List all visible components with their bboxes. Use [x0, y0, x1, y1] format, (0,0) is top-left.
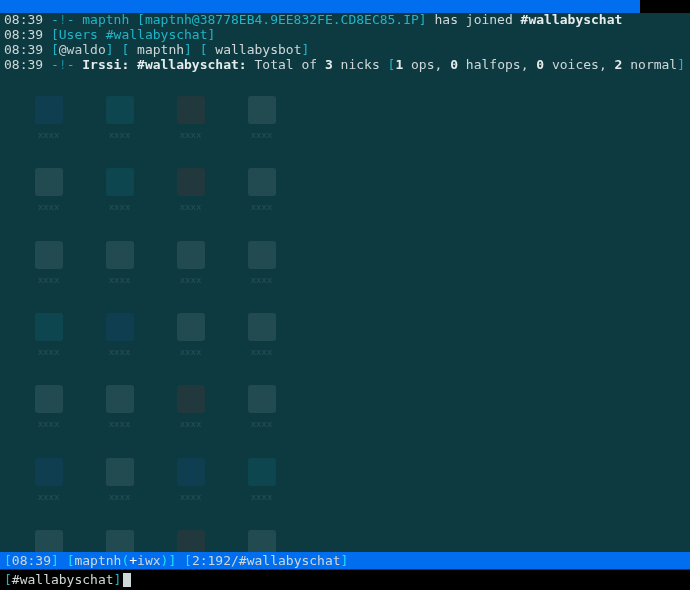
status-window-pos: 2:192: [192, 553, 231, 568]
irssi-input-line[interactable]: [#wallabyschat]: [0, 570, 690, 590]
irssi-log: 08:39 -!- maptnh [maptnh@38778EB4.9EE832…: [0, 13, 690, 73]
status-channel: #wallabyschat: [239, 553, 341, 568]
status-mode: wx: [145, 553, 161, 568]
log-line-nicklist: 08:39 [@waldo] [ maptnh] [ wallabysbot]: [4, 43, 686, 58]
nick-maptnh-2: maptnh: [137, 42, 184, 57]
irssi-topic-bar: [0, 0, 690, 13]
join-hostmask: maptnh@38778EB4.9EE832FE.CD8EC85.IP: [145, 12, 419, 27]
log-line-join: 08:39 -!- maptnh [maptnh@38778EB4.9EE832…: [4, 13, 686, 28]
nick-waldo: @waldo: [59, 42, 106, 57]
text-cursor: [123, 573, 131, 587]
log-line-users-header: 08:39 [Users #wallabyschat]: [4, 28, 686, 43]
status-nick: maptnh: [74, 553, 121, 568]
empty-buffer-area[interactable]: [0, 80, 690, 549]
channel-name: #wallabyschat: [521, 12, 623, 27]
irssi-status-bar: [08:39] [maptnh(+iwx)] [2:192/#wallabysc…: [0, 552, 690, 569]
status-time: 08:39: [12, 553, 51, 568]
nick-maptnh: maptnh: [82, 12, 129, 27]
nick-wallabysbot: wallabysbot: [215, 42, 301, 57]
input-channel: #wallabyschat: [12, 570, 114, 590]
log-line-summary: 08:39 -!- Irssi: #wallabyschat: Total of…: [4, 58, 686, 73]
irssi-prefix: Irssi: #wallabyschat:: [82, 57, 246, 72]
